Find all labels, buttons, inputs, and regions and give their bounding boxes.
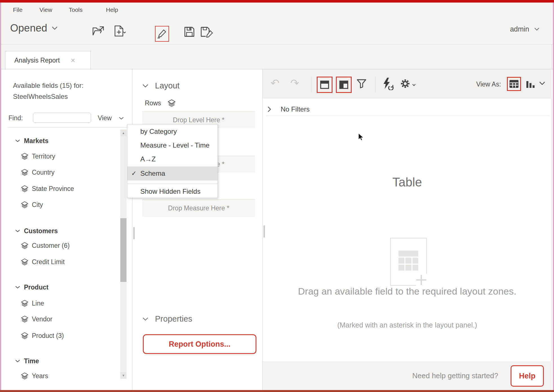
chevron-down-icon	[15, 360, 20, 362]
undo-icon[interactable]: ↶	[271, 78, 280, 88]
fields-header-line2: SteelWheelsSales	[13, 91, 83, 102]
new-report-button[interactable]	[113, 25, 127, 37]
properties-section-header[interactable]: Properties	[143, 314, 192, 324]
layers-icon	[21, 315, 28, 323]
chevron-down-icon	[412, 84, 416, 86]
opened-label: Opened	[10, 22, 47, 34]
main-toolbar: Opened	[1, 17, 553, 44]
fields-panel-resize-handle[interactable]	[133, 227, 135, 239]
bar-chart-icon	[526, 80, 535, 89]
field-label: Years	[32, 372, 48, 380]
mouse-cursor	[358, 133, 365, 141]
layout-section-header[interactable]: Layout	[143, 81, 180, 90]
help-button-label: Help	[519, 372, 536, 380]
field-group-markets[interactable]: Markets	[15, 135, 48, 146]
field-group-customers[interactable]: Customers	[15, 226, 58, 236]
redo-icon[interactable]: ↷	[290, 78, 299, 88]
field-item-years[interactable]: Years	[21, 371, 48, 381]
field-item-state-province[interactable]: State Province	[21, 183, 74, 194]
view-as-table-button[interactable]	[507, 77, 521, 91]
layers-icon	[167, 99, 176, 107]
menu-item-show-hidden-fields[interactable]: Show Hidden Fields	[127, 184, 218, 198]
fields-panel-header: Available fields (15) for: SteelWheelsSa…	[13, 80, 83, 102]
field-group-product[interactable]: Product	[15, 282, 48, 293]
field-item-line[interactable]: Line	[21, 298, 44, 309]
view-dropdown-button[interactable]: View	[98, 114, 124, 122]
layers-icon	[21, 332, 28, 339]
group-label: Markets	[24, 137, 48, 145]
menu-item-schema[interactable]: ✓ Schema	[127, 166, 218, 181]
settings-button[interactable]	[400, 78, 416, 89]
menu-bar: File View Tools Help	[1, 3, 553, 17]
chevron-down-icon	[143, 317, 148, 321]
report-options-button[interactable]: Report Options...	[143, 334, 256, 354]
open-report-button[interactable]	[92, 26, 104, 37]
menu-view[interactable]: View	[39, 6, 52, 13]
measures-drop-zone[interactable]: Drop Measure Here *	[142, 199, 255, 217]
window-title-bar	[0, 0, 554, 3]
filter-button[interactable]	[356, 78, 367, 89]
view-as-label: View As:	[476, 81, 501, 88]
tab-strip: Analysis Report ✕	[1, 44, 553, 69]
edit-mode-toggle-button[interactable]	[155, 26, 169, 42]
user-menu[interactable]: admin	[510, 25, 539, 33]
tab-title: Analysis Report	[14, 57, 60, 64]
field-group-time[interactable]: Time	[15, 356, 39, 366]
scroll-up-icon[interactable]: ▲	[120, 130, 127, 136]
menu-item-label: Measure - Level - Time	[140, 141, 209, 149]
layout-panel-divider	[262, 69, 263, 390]
scrollbar-thumb[interactable]	[120, 218, 127, 282]
layers-icon	[21, 258, 28, 266]
field-item-product[interactable]: Product (3)	[21, 330, 64, 341]
tab-analysis-report[interactable]: Analysis Report ✕	[5, 51, 91, 70]
layout-title: Layout	[155, 81, 180, 90]
opened-dropdown-button[interactable]: Opened	[10, 22, 57, 34]
layout-panel-toggle-button[interactable]	[317, 77, 333, 93]
report-options-label: Report Options...	[169, 340, 231, 349]
menu-item-measure-level-time[interactable]: Measure - Level - Time	[127, 138, 218, 152]
menu-file[interactable]: File	[13, 6, 23, 13]
field-item-territory[interactable]: Territory	[21, 151, 55, 162]
view-as-chart-button[interactable]	[526, 80, 535, 89]
scroll-down-icon[interactable]: ▼	[120, 372, 127, 379]
drop-measure-hint: Drop Measure Here *	[168, 204, 229, 212]
layout-panel-resize-handle[interactable]	[263, 225, 265, 238]
chevron-down-icon	[15, 230, 20, 232]
menu-help[interactable]: Help	[106, 6, 118, 13]
menu-item-label: Schema	[140, 170, 165, 177]
chevron-right-icon	[268, 106, 271, 112]
menu-item-a-to-z[interactable]: A→Z	[127, 152, 218, 166]
field-item-vendor[interactable]: Vendor	[21, 314, 52, 324]
menu-item-by-category[interactable]: by Category	[127, 124, 218, 138]
filters-bar[interactable]: No Filters	[268, 105, 310, 113]
canvas-drag-note: (Marked with an asterisk in the layout p…	[266, 321, 548, 329]
menu-item-label: Show Hidden Fields	[140, 188, 200, 195]
auto-refresh-button[interactable]	[381, 77, 395, 90]
properties-title: Properties	[155, 314, 192, 324]
chevron-down-icon	[15, 286, 20, 289]
new-document-icon	[113, 25, 127, 37]
canvas-drag-message: Drag an available field to the required …	[283, 284, 531, 298]
save-button[interactable]	[184, 26, 195, 37]
layers-icon	[21, 372, 28, 380]
field-panel-toggle-button[interactable]	[336, 77, 352, 93]
field-label: Customer (6)	[32, 242, 70, 250]
field-label: Vendor	[32, 315, 52, 323]
chart-type-dropdown[interactable]	[539, 82, 545, 85]
chevron-down-icon	[119, 117, 124, 120]
close-icon[interactable]: ✕	[70, 57, 76, 64]
field-item-customer[interactable]: Customer (6)	[21, 240, 70, 251]
menu-tools[interactable]: Tools	[69, 6, 83, 13]
filters-label: No Filters	[281, 105, 310, 113]
save-as-button[interactable]	[200, 26, 214, 37]
find-input[interactable]	[33, 113, 91, 123]
help-button[interactable]: Help	[511, 365, 544, 387]
window-frame-bottom	[0, 390, 554, 392]
menu-item-label: A→Z	[140, 155, 156, 163]
field-item-country[interactable]: Country	[21, 167, 55, 178]
field-item-credit-limit[interactable]: Credit Limit	[21, 257, 65, 267]
field-item-city[interactable]: City	[21, 199, 43, 210]
window-frame-right	[553, 3, 554, 392]
drop-level-hint: Drop Level Here *	[173, 116, 225, 124]
find-label: Find:	[8, 114, 23, 122]
